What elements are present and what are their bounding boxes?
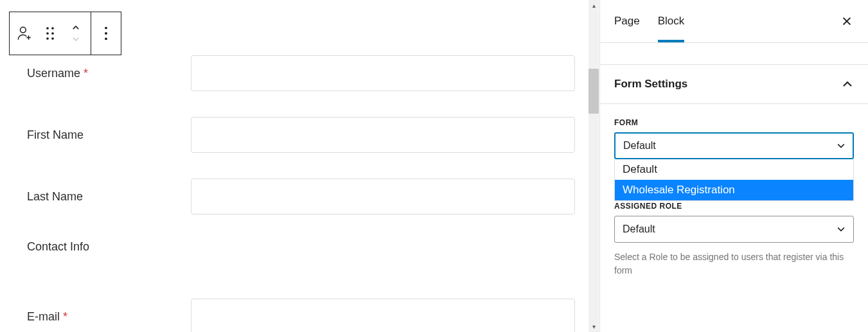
settings-sidebar: Page Block Form Settings FORM Default	[599, 0, 868, 332]
svg-point-8	[105, 32, 107, 35]
panel-form-settings-header[interactable]: Form Settings	[600, 65, 868, 104]
section-heading-contact: Contact Info	[27, 240, 575, 254]
svg-point-6	[51, 37, 54, 40]
move-up-button[interactable]	[67, 22, 84, 33]
form-select-dropdown: Default Wholesale Registration	[614, 159, 854, 201]
required-asterisk: *	[63, 310, 67, 323]
editor-canvas: Username * First Name Last Name Contact …	[0, 0, 588, 332]
role-select-label: ASSIGNED ROLE	[614, 202, 854, 211]
svg-point-4	[51, 32, 54, 35]
last-name-input[interactable]	[191, 179, 575, 214]
field-row-last-name: Last Name	[27, 179, 575, 214]
move-down-button[interactable]	[67, 33, 84, 45]
field-row-first-name: First Name	[27, 117, 575, 153]
svg-point-2	[51, 27, 54, 30]
chevron-up-icon	[841, 78, 854, 91]
svg-point-5	[46, 37, 49, 40]
form-option-wholesale[interactable]: Wholesale Registration	[615, 180, 853, 200]
svg-point-0	[21, 27, 26, 33]
role-help-text: Select a Role to be assigned to users th…	[614, 250, 854, 277]
svg-point-1	[46, 27, 49, 30]
required-asterisk: *	[84, 67, 88, 80]
field-label: E-mail *	[27, 310, 184, 324]
form-option-default[interactable]: Default	[615, 159, 853, 180]
field-row-email: E-mail *	[27, 299, 575, 332]
tab-page[interactable]: Page	[614, 0, 640, 42]
field-label: Last Name	[27, 190, 184, 204]
field-label: First Name	[27, 128, 184, 142]
block-toolbar	[9, 12, 121, 55]
role-select-value: Default	[623, 223, 655, 235]
scrollbar-thumb[interactable]	[589, 69, 599, 114]
chevron-down-icon	[836, 224, 846, 234]
svg-point-7	[105, 27, 107, 30]
panel-title: Form Settings	[614, 78, 687, 91]
scroll-up-arrow[interactable]: ▴	[589, 0, 599, 11]
first-name-input[interactable]	[191, 117, 575, 153]
field-label: Username *	[27, 67, 184, 80]
email-input[interactable]	[191, 299, 575, 332]
form-select-value: Default	[623, 140, 656, 152]
assigned-role-select[interactable]: Default	[614, 216, 854, 243]
user-plus-icon[interactable]	[16, 25, 33, 42]
close-sidebar-button[interactable]	[840, 14, 854, 28]
vertical-scrollbar[interactable]: ▴ ▾	[588, 0, 599, 332]
panel-spacer	[600, 43, 868, 65]
username-input[interactable]	[191, 55, 575, 91]
chevron-down-icon	[836, 141, 846, 151]
form-select-label: FORM	[614, 118, 854, 127]
registration-form-preview: Username * First Name Last Name Contact …	[9, 9, 575, 332]
svg-point-9	[105, 37, 107, 40]
drag-handle-icon[interactable]	[42, 25, 58, 42]
block-options-button[interactable]	[98, 25, 114, 42]
form-select[interactable]: Default	[614, 132, 854, 159]
svg-point-3	[46, 32, 49, 35]
field-row-username: Username *	[27, 55, 575, 91]
scroll-down-arrow[interactable]: ▾	[589, 321, 599, 332]
tab-block[interactable]: Block	[658, 0, 685, 42]
